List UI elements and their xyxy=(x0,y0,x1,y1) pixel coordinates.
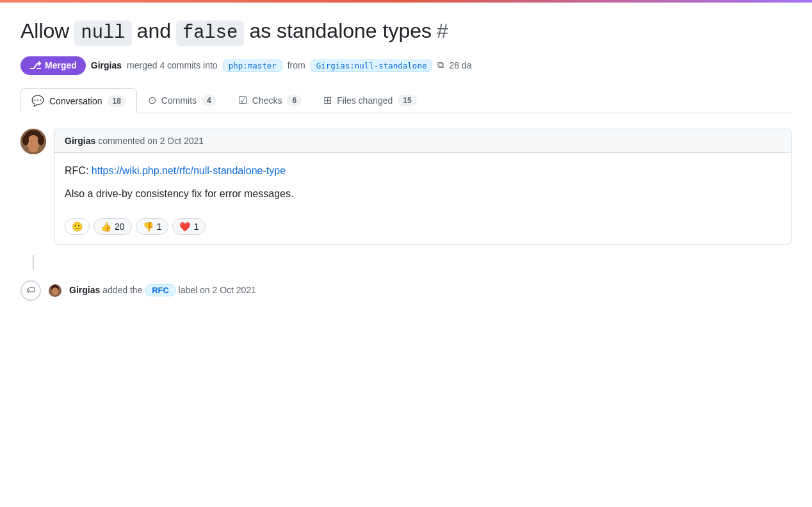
svg-point-5 xyxy=(29,146,38,152)
comment-body: RFC: https://wiki.php.net/rfc/null-stand… xyxy=(54,153,791,212)
comment-box: Girgias commented on 2 Oct 2021 RFC: htt… xyxy=(54,129,792,245)
tab-files-changed-count: 15 xyxy=(398,95,416,106)
timeline-icon-wrap: 🏷 xyxy=(20,280,41,301)
svg-point-4 xyxy=(38,135,44,145)
rfc-link[interactable]: https://wiki.php.net/rfc/null-standalone… xyxy=(92,165,286,176)
subtitle-author[interactable]: Girgias xyxy=(91,60,122,70)
files-changed-icon: ⊞ xyxy=(323,95,332,106)
label-icon: 🏷 xyxy=(26,286,35,295)
svg-point-3 xyxy=(22,135,29,145)
timeline-author[interactable]: Girgias xyxy=(69,285,100,295)
title-prefix: Allow xyxy=(20,18,69,44)
commits-icon: ⊙ xyxy=(148,95,156,106)
comment-body-text: Also a drive-by consistency fix for erro… xyxy=(65,186,781,202)
rfc-prefix: RFC: xyxy=(65,165,88,176)
timeline-text: Girgias added the RFC label on 2 Oct 202… xyxy=(69,284,256,296)
timeline-action-text: added the xyxy=(102,285,142,295)
heart-icon: ❤️ xyxy=(179,221,190,232)
thumbsdown-icon: 👎 xyxy=(143,221,154,232)
subtitle-merge-desc: merged 4 commits into xyxy=(127,60,218,70)
comment-thread: Girgias commented on 2 Oct 2021 RFC: htt… xyxy=(20,129,792,245)
timeline-event: 🏷 Girgias added the RFC label on 2 Oct 2… xyxy=(20,275,792,306)
avatar-image xyxy=(20,129,46,154)
comment-action: commented on 2 Oct 2021 xyxy=(98,136,204,146)
title-middle: and xyxy=(137,18,171,44)
avatar xyxy=(20,129,46,154)
pr-subtitle: ⎇ Merged Girgias merged 4 commits into p… xyxy=(20,56,792,75)
reactions-bar: 🙂 👍 20 👎 1 ❤️ 1 xyxy=(54,212,791,244)
title-suffix: as standalone types xyxy=(249,18,432,44)
tab-files-changed[interactable]: ⊞ Files changed 15 xyxy=(313,88,428,113)
merge-icon: ⎇ xyxy=(29,60,41,72)
thumbsup-reaction[interactable]: 👍 20 xyxy=(93,218,132,235)
thumbsup-icon: 👍 xyxy=(101,221,111,232)
conversation-icon: 💬 xyxy=(31,96,44,106)
smiley-icon: 🙂 xyxy=(72,221,83,232)
branch-target[interactable]: php:master xyxy=(223,60,282,72)
tab-files-changed-label: Files changed xyxy=(337,95,393,106)
thumbsup-count: 20 xyxy=(115,221,125,232)
tab-checks[interactable]: ☑ Checks 6 xyxy=(227,88,313,113)
tab-conversation[interactable]: 💬 Conversation 18 xyxy=(20,88,137,113)
timeline-avatar xyxy=(49,284,61,297)
timeline-connector xyxy=(33,255,34,270)
comment-author[interactable]: Girgias xyxy=(65,136,95,146)
title-code-null: null xyxy=(74,20,131,46)
tab-checks-label: Checks xyxy=(252,95,282,106)
svg-point-8 xyxy=(52,287,58,295)
tab-commits[interactable]: ⊙ Commits 4 xyxy=(137,88,227,113)
tab-checks-count: 6 xyxy=(287,95,302,106)
merged-badge: ⎇ Merged xyxy=(20,56,86,75)
branch-source[interactable]: Girgias:null-standalone xyxy=(311,60,433,72)
checks-icon: ☑ xyxy=(238,95,247,106)
comment-header: Girgias commented on 2 Oct 2021 xyxy=(54,129,791,153)
title-code-false: false xyxy=(176,20,244,46)
thumbsdown-count: 1 xyxy=(157,221,162,232)
add-reaction-button[interactable]: 🙂 xyxy=(65,218,90,235)
pr-number: # xyxy=(437,18,448,44)
merged-label: Merged xyxy=(45,60,77,70)
tab-commits-label: Commits xyxy=(161,95,197,106)
time-ago: 28 da xyxy=(449,60,471,70)
heart-reaction[interactable]: ❤️ 1 xyxy=(172,218,206,235)
heart-count: 1 xyxy=(193,221,199,232)
from-text: from xyxy=(288,60,305,70)
tab-conversation-count: 18 xyxy=(108,95,126,107)
thumbsdown-reaction[interactable]: 👎 1 xyxy=(136,218,169,235)
tab-commits-count: 4 xyxy=(202,95,216,106)
copy-icon[interactable]: ⧉ xyxy=(437,60,444,70)
timeline-avatar-image xyxy=(49,284,61,297)
pr-title: Allow null and false as standalone types… xyxy=(20,18,792,46)
tabs-container: 💬 Conversation 18 ⊙ Commits 4 ☑ Checks 6… xyxy=(20,88,792,113)
tab-conversation-label: Conversation xyxy=(49,96,102,106)
rfc-label-badge[interactable]: RFC xyxy=(145,284,175,296)
comment-rfc-paragraph: RFC: https://wiki.php.net/rfc/null-stand… xyxy=(65,163,781,179)
timeline-action2: label on 2 Oct 2021 xyxy=(179,285,256,295)
